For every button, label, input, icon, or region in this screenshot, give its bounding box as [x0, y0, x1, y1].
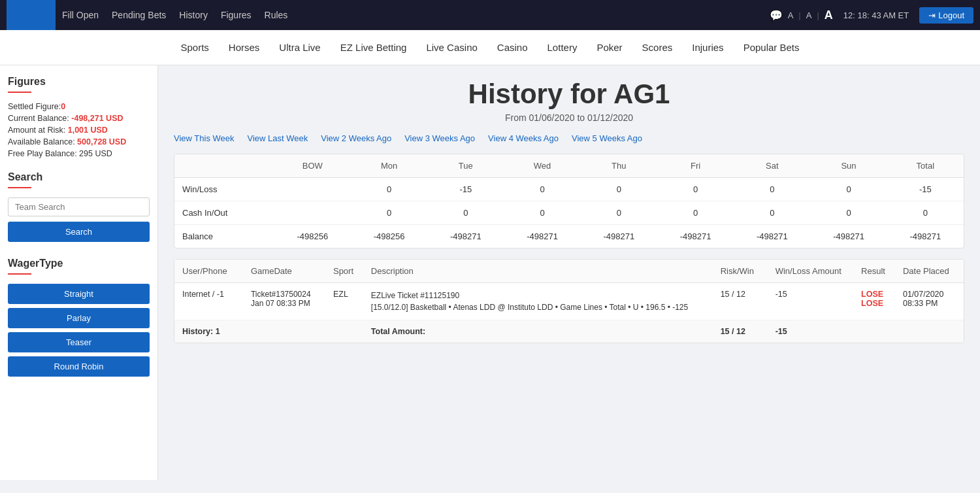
cell: 0	[581, 178, 657, 201]
cell: 0	[734, 201, 810, 225]
col-header-fri: Fri	[657, 154, 734, 178]
cell: 0	[887, 201, 964, 225]
cell: -498271	[810, 225, 887, 248]
content-area: History for AG1 From 01/06/2020 to 01/12…	[158, 65, 980, 480]
col-header-wed: Wed	[504, 154, 580, 178]
page-title: History for AG1	[174, 78, 964, 110]
wager-col-user: User/Phone	[174, 260, 243, 283]
nav-rules[interactable]: Rules	[265, 10, 288, 20]
round-robin-button[interactable]: Round Robin	[8, 356, 150, 377]
wager-win-loss: -15	[768, 283, 853, 320]
wagertype-title: WagerType	[8, 258, 150, 269]
nav-popular-bets[interactable]: Popular Bets	[743, 42, 800, 53]
cell: 0	[351, 201, 427, 225]
nav-ultra-live[interactable]: Ultra Live	[279, 42, 320, 53]
view-this-week[interactable]: View This Week	[174, 133, 235, 143]
font-size-medium[interactable]: A	[806, 10, 812, 20]
secondary-navigation: Sports Horses Ultra Live EZ Live Betting…	[0, 30, 980, 65]
cell: 0	[351, 178, 427, 201]
nav-injuries[interactable]: Injuries	[692, 42, 723, 53]
search-title: Search	[8, 171, 150, 183]
view-2-weeks-ago[interactable]: View 2 Weeks Ago	[321, 133, 391, 143]
row-cash-inout-label: Cash In/Out	[174, 201, 274, 225]
date-range: From 01/06/2020 to 01/12/2020	[174, 112, 964, 123]
main-layout: Figures Settled Figure:0 Current Balance…	[0, 65, 980, 480]
cell: -498256	[274, 225, 351, 248]
wager-row: Internet / -1 Ticket#13750024 Jan 07 08:…	[174, 283, 964, 320]
wager-date-placed: 01/07/202008:33 PM	[895, 283, 964, 320]
nav-live-casino[interactable]: Live Casino	[426, 42, 477, 53]
cell: 0	[810, 178, 887, 201]
nav-lottery[interactable]: Lottery	[547, 42, 578, 53]
logout-icon: ⇥	[928, 10, 936, 20]
view-5-weeks-ago[interactable]: View 5 Weeks Ago	[572, 133, 642, 143]
wager-sport: EZL	[325, 283, 363, 320]
wager-col-gamedate: GameDate	[243, 260, 325, 283]
summary-table-container: BOW Mon Tue Wed Thu Fri Sat Sun Total Wi…	[174, 154, 964, 248]
cell: -498271	[427, 225, 504, 248]
col-header-label	[174, 154, 274, 178]
wager-total-row: History: 1 Total Amount: 15 / 12 -15	[174, 320, 964, 343]
wager-col-description: Description	[363, 260, 713, 283]
table-row: Win/Loss 0 -15 0 0 0 0 0 -15	[174, 178, 964, 201]
font-size-large[interactable]: A	[825, 8, 833, 22]
logout-button[interactable]: ⇥ Logout	[919, 7, 973, 24]
nav-horses[interactable]: Horses	[229, 42, 260, 53]
cell: -15	[427, 178, 504, 201]
wagertype-section: WagerType Straight Parlay Teaser Round R…	[8, 258, 150, 381]
col-header-sun: Sun	[810, 154, 887, 178]
cell: 0	[504, 178, 580, 201]
cell: 0	[427, 201, 504, 225]
table-row: Cash In/Out 0 0 0 0 0 0 0 0	[174, 201, 964, 225]
search-button[interactable]: Search	[8, 222, 150, 242]
cell: -498271	[504, 225, 580, 248]
cell: -498256	[351, 225, 427, 248]
summary-table: BOW Mon Tue Wed Thu Fri Sat Sun Total Wi…	[174, 154, 964, 248]
row-win-loss-label: Win/Loss	[174, 178, 274, 201]
nav-poker[interactable]: Poker	[596, 42, 622, 53]
col-header-sat: Sat	[734, 154, 810, 178]
cell	[274, 201, 351, 225]
cell	[274, 178, 351, 201]
top-navigation: Fill Open Pending Bets History Figures R…	[0, 0, 980, 30]
logo	[7, 0, 56, 30]
col-header-thu: Thu	[581, 154, 657, 178]
teaser-button[interactable]: Teaser	[8, 332, 150, 352]
total-result-empty	[853, 320, 895, 343]
top-nav-right: 💬 A | A | A 12: 18: 43 AM ET ⇥ Logout	[770, 7, 973, 24]
current-balance: Current Balance: -498,271 USD	[8, 114, 150, 123]
figures-underline	[8, 92, 31, 93]
col-header-tue: Tue	[427, 154, 504, 178]
nav-sports[interactable]: Sports	[180, 42, 208, 53]
wager-user: Internet / -1	[174, 283, 243, 320]
nav-figures[interactable]: Figures	[221, 10, 252, 20]
nav-casino[interactable]: Casino	[497, 42, 528, 53]
table-row: Balance -498256 -498256 -498271 -498271 …	[174, 225, 964, 248]
total-sport-empty	[325, 320, 363, 343]
wager-col-dateplaced: Date Placed	[895, 260, 964, 283]
wagertype-underline	[8, 273, 31, 275]
view-3-weeks-ago[interactable]: View 3 Weeks Ago	[404, 133, 475, 143]
parlay-button[interactable]: Parlay	[8, 308, 150, 328]
team-search-input[interactable]	[8, 197, 150, 216]
nav-ez-live-betting[interactable]: EZ Live Betting	[340, 42, 407, 53]
wager-result: LOSE LOSE	[853, 283, 895, 320]
nav-fill-open[interactable]: Fill Open	[62, 10, 99, 20]
col-header-bow: BOW	[274, 154, 351, 178]
nav-scores[interactable]: Scores	[642, 42, 673, 53]
top-nav-links: Fill Open Pending Bets History Figures R…	[62, 10, 770, 20]
available-balance: Available Balance: 500,728 USD	[8, 137, 150, 146]
font-size-small[interactable]: A	[788, 10, 794, 20]
view-last-week[interactable]: View Last Week	[248, 133, 308, 143]
cell: 0	[657, 201, 734, 225]
search-section: Search Search	[8, 171, 150, 242]
cell: 0	[657, 178, 734, 201]
view-4-weeks-ago[interactable]: View 4 Weeks Ago	[488, 133, 559, 143]
straight-button[interactable]: Straight	[8, 284, 150, 304]
nav-pending-bets[interactable]: Pending Bets	[112, 10, 166, 20]
week-navigation: View This Week View Last Week View 2 Wee…	[174, 133, 964, 143]
nav-history[interactable]: History	[179, 10, 208, 20]
chat-icon[interactable]: 💬	[770, 9, 783, 22]
wager-table-container: User/Phone GameDate Sport Description Ri…	[174, 259, 964, 343]
wager-col-riskwin: Risk/Win	[713, 260, 768, 283]
